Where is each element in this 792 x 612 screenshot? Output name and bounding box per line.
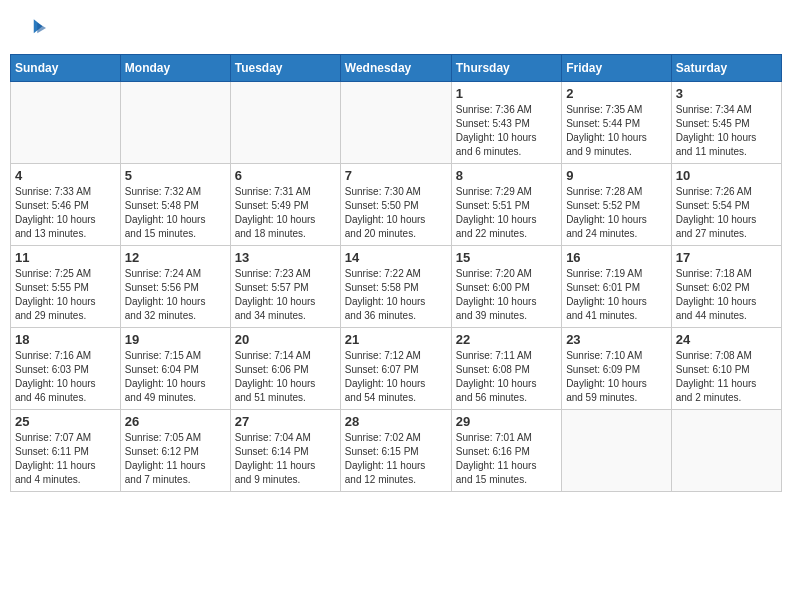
day-number: 14 [345, 250, 447, 265]
logo [18, 14, 52, 42]
day-info: Sunrise: 7:19 AM Sunset: 6:01 PM Dayligh… [566, 267, 667, 323]
calendar-cell [340, 82, 451, 164]
day-header-wednesday: Wednesday [340, 55, 451, 82]
day-header-friday: Friday [562, 55, 672, 82]
calendar-cell: 3Sunrise: 7:34 AM Sunset: 5:45 PM Daylig… [671, 82, 781, 164]
calendar-table: SundayMondayTuesdayWednesdayThursdayFrid… [10, 54, 782, 492]
calendar-cell: 12Sunrise: 7:24 AM Sunset: 5:56 PM Dayli… [120, 246, 230, 328]
day-number: 1 [456, 86, 557, 101]
day-number: 5 [125, 168, 226, 183]
calendar-cell: 2Sunrise: 7:35 AM Sunset: 5:44 PM Daylig… [562, 82, 672, 164]
day-number: 12 [125, 250, 226, 265]
day-number: 6 [235, 168, 336, 183]
day-number: 29 [456, 414, 557, 429]
calendar-week-2: 4Sunrise: 7:33 AM Sunset: 5:46 PM Daylig… [11, 164, 782, 246]
day-info: Sunrise: 7:04 AM Sunset: 6:14 PM Dayligh… [235, 431, 336, 487]
calendar-cell: 11Sunrise: 7:25 AM Sunset: 5:55 PM Dayli… [11, 246, 121, 328]
day-number: 21 [345, 332, 447, 347]
day-header-tuesday: Tuesday [230, 55, 340, 82]
day-info: Sunrise: 7:32 AM Sunset: 5:48 PM Dayligh… [125, 185, 226, 241]
day-info: Sunrise: 7:30 AM Sunset: 5:50 PM Dayligh… [345, 185, 447, 241]
calendar-cell: 1Sunrise: 7:36 AM Sunset: 5:43 PM Daylig… [451, 82, 561, 164]
calendar-cell: 14Sunrise: 7:22 AM Sunset: 5:58 PM Dayli… [340, 246, 451, 328]
day-info: Sunrise: 7:10 AM Sunset: 6:09 PM Dayligh… [566, 349, 667, 405]
day-header-sunday: Sunday [11, 55, 121, 82]
calendar-cell: 18Sunrise: 7:16 AM Sunset: 6:03 PM Dayli… [11, 328, 121, 410]
calendar-cell: 26Sunrise: 7:05 AM Sunset: 6:12 PM Dayli… [120, 410, 230, 492]
calendar-cell [562, 410, 672, 492]
day-info: Sunrise: 7:11 AM Sunset: 6:08 PM Dayligh… [456, 349, 557, 405]
calendar-cell: 27Sunrise: 7:04 AM Sunset: 6:14 PM Dayli… [230, 410, 340, 492]
calendar-week-3: 11Sunrise: 7:25 AM Sunset: 5:55 PM Dayli… [11, 246, 782, 328]
day-header-monday: Monday [120, 55, 230, 82]
day-info: Sunrise: 7:08 AM Sunset: 6:10 PM Dayligh… [676, 349, 777, 405]
day-number: 9 [566, 168, 667, 183]
calendar-cell: 21Sunrise: 7:12 AM Sunset: 6:07 PM Dayli… [340, 328, 451, 410]
calendar-cell: 13Sunrise: 7:23 AM Sunset: 5:57 PM Dayli… [230, 246, 340, 328]
calendar-cell: 20Sunrise: 7:14 AM Sunset: 6:06 PM Dayli… [230, 328, 340, 410]
day-info: Sunrise: 7:34 AM Sunset: 5:45 PM Dayligh… [676, 103, 777, 159]
calendar-cell: 8Sunrise: 7:29 AM Sunset: 5:51 PM Daylig… [451, 164, 561, 246]
day-number: 13 [235, 250, 336, 265]
calendar-cell: 17Sunrise: 7:18 AM Sunset: 6:02 PM Dayli… [671, 246, 781, 328]
day-number: 8 [456, 168, 557, 183]
day-number: 18 [15, 332, 116, 347]
day-info: Sunrise: 7:14 AM Sunset: 6:06 PM Dayligh… [235, 349, 336, 405]
day-number: 24 [676, 332, 777, 347]
day-info: Sunrise: 7:33 AM Sunset: 5:46 PM Dayligh… [15, 185, 116, 241]
calendar-week-1: 1Sunrise: 7:36 AM Sunset: 5:43 PM Daylig… [11, 82, 782, 164]
calendar-cell: 19Sunrise: 7:15 AM Sunset: 6:04 PM Dayli… [120, 328, 230, 410]
day-header-saturday: Saturday [671, 55, 781, 82]
calendar-cell [120, 82, 230, 164]
day-number: 26 [125, 414, 226, 429]
calendar-cell: 4Sunrise: 7:33 AM Sunset: 5:46 PM Daylig… [11, 164, 121, 246]
day-number: 15 [456, 250, 557, 265]
calendar-cell: 15Sunrise: 7:20 AM Sunset: 6:00 PM Dayli… [451, 246, 561, 328]
calendar-cell [230, 82, 340, 164]
day-number: 25 [15, 414, 116, 429]
calendar-cell [671, 410, 781, 492]
calendar-cell: 16Sunrise: 7:19 AM Sunset: 6:01 PM Dayli… [562, 246, 672, 328]
day-info: Sunrise: 7:22 AM Sunset: 5:58 PM Dayligh… [345, 267, 447, 323]
day-info: Sunrise: 7:25 AM Sunset: 5:55 PM Dayligh… [15, 267, 116, 323]
calendar-cell [11, 82, 121, 164]
calendar-cell: 23Sunrise: 7:10 AM Sunset: 6:09 PM Dayli… [562, 328, 672, 410]
calendar-week-5: 25Sunrise: 7:07 AM Sunset: 6:11 PM Dayli… [11, 410, 782, 492]
day-info: Sunrise: 7:35 AM Sunset: 5:44 PM Dayligh… [566, 103, 667, 159]
day-number: 20 [235, 332, 336, 347]
day-info: Sunrise: 7:16 AM Sunset: 6:03 PM Dayligh… [15, 349, 116, 405]
calendar-cell: 29Sunrise: 7:01 AM Sunset: 6:16 PM Dayli… [451, 410, 561, 492]
day-info: Sunrise: 7:26 AM Sunset: 5:54 PM Dayligh… [676, 185, 777, 241]
day-info: Sunrise: 7:36 AM Sunset: 5:43 PM Dayligh… [456, 103, 557, 159]
day-info: Sunrise: 7:28 AM Sunset: 5:52 PM Dayligh… [566, 185, 667, 241]
calendar-header-row: SundayMondayTuesdayWednesdayThursdayFrid… [11, 55, 782, 82]
day-info: Sunrise: 7:29 AM Sunset: 5:51 PM Dayligh… [456, 185, 557, 241]
day-number: 17 [676, 250, 777, 265]
day-number: 11 [15, 250, 116, 265]
day-info: Sunrise: 7:23 AM Sunset: 5:57 PM Dayligh… [235, 267, 336, 323]
calendar-week-4: 18Sunrise: 7:16 AM Sunset: 6:03 PM Dayli… [11, 328, 782, 410]
day-info: Sunrise: 7:01 AM Sunset: 6:16 PM Dayligh… [456, 431, 557, 487]
day-number: 3 [676, 86, 777, 101]
calendar-cell: 9Sunrise: 7:28 AM Sunset: 5:52 PM Daylig… [562, 164, 672, 246]
logo-icon [18, 14, 46, 42]
calendar-cell: 24Sunrise: 7:08 AM Sunset: 6:10 PM Dayli… [671, 328, 781, 410]
day-info: Sunrise: 7:07 AM Sunset: 6:11 PM Dayligh… [15, 431, 116, 487]
day-info: Sunrise: 7:15 AM Sunset: 6:04 PM Dayligh… [125, 349, 226, 405]
day-number: 10 [676, 168, 777, 183]
day-info: Sunrise: 7:20 AM Sunset: 6:00 PM Dayligh… [456, 267, 557, 323]
day-number: 4 [15, 168, 116, 183]
day-number: 19 [125, 332, 226, 347]
calendar-cell: 5Sunrise: 7:32 AM Sunset: 5:48 PM Daylig… [120, 164, 230, 246]
day-number: 23 [566, 332, 667, 347]
day-number: 22 [456, 332, 557, 347]
calendar-cell: 28Sunrise: 7:02 AM Sunset: 6:15 PM Dayli… [340, 410, 451, 492]
page-header [10, 10, 782, 46]
calendar-cell: 25Sunrise: 7:07 AM Sunset: 6:11 PM Dayli… [11, 410, 121, 492]
day-header-thursday: Thursday [451, 55, 561, 82]
day-info: Sunrise: 7:12 AM Sunset: 6:07 PM Dayligh… [345, 349, 447, 405]
day-info: Sunrise: 7:05 AM Sunset: 6:12 PM Dayligh… [125, 431, 226, 487]
day-info: Sunrise: 7:24 AM Sunset: 5:56 PM Dayligh… [125, 267, 226, 323]
day-info: Sunrise: 7:18 AM Sunset: 6:02 PM Dayligh… [676, 267, 777, 323]
day-info: Sunrise: 7:31 AM Sunset: 5:49 PM Dayligh… [235, 185, 336, 241]
